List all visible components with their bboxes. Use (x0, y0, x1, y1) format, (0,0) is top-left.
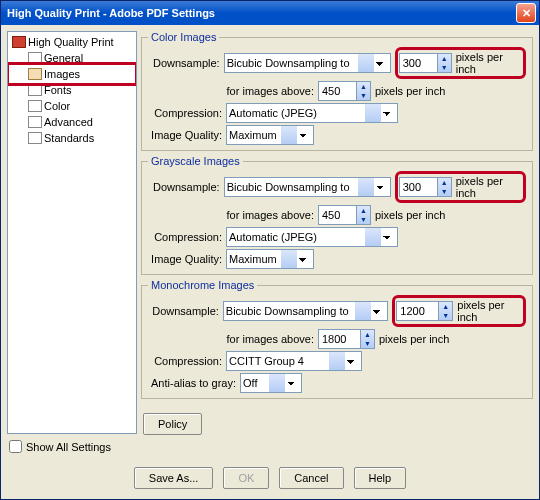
dialog-body: High Quality Print General Images Fonts … (1, 25, 539, 459)
tree-root[interactable]: High Quality Print (10, 34, 134, 50)
tree-root-label: High Quality Print (28, 36, 114, 48)
chevron-down-icon[interactable]: ▼ (439, 311, 452, 320)
mono-dpi-spinner[interactable]: ▲▼ (396, 301, 453, 321)
unit-label: pixels per inch (371, 85, 445, 97)
color-above-spinner[interactable]: ▲▼ (318, 81, 371, 101)
gray-downsample-method[interactable]: Bicubic Downsampling to (224, 177, 391, 197)
page-icon (28, 100, 42, 112)
downsample-label: Downsample: (148, 305, 223, 317)
grayscale-images-group: Grayscale Images Downsample: Bicubic Dow… (141, 155, 533, 275)
spinner-buttons[interactable]: ▲▼ (437, 53, 452, 73)
gray-quality-select[interactable]: Maximum (226, 249, 314, 269)
sidebar: High Quality Print General Images Fonts … (7, 31, 137, 455)
show-all-label: Show All Settings (26, 441, 111, 453)
save-as-button[interactable]: Save As... (134, 467, 214, 489)
mono-dpi-highlight: ▲▼ pixels per inch (392, 295, 526, 327)
unit-label: pixels per inch (371, 209, 445, 221)
help-button[interactable]: Help (354, 467, 407, 489)
tree-item-images[interactable]: Images (10, 66, 134, 82)
mono-antialias-select[interactable]: Off (240, 373, 302, 393)
gray-above-spinner[interactable]: ▲▼ (318, 205, 371, 225)
folder-icon (28, 68, 42, 80)
chevron-up-icon[interactable]: ▲ (439, 302, 452, 311)
tree-item-advanced[interactable]: Advanced (10, 114, 134, 130)
tree-item-label: Fonts (44, 84, 72, 96)
quality-label: Image Quality: (148, 253, 226, 265)
page-icon (28, 132, 42, 144)
page-icon (28, 116, 42, 128)
mono-compression-select[interactable]: CCITT Group 4 (226, 351, 362, 371)
chevron-up-icon[interactable]: ▲ (357, 206, 370, 215)
tree-item-label: Advanced (44, 116, 93, 128)
gray-dpi-highlight: ▲▼ pixels per inch (395, 171, 526, 203)
unit-label: pixels per inch (375, 333, 449, 345)
color-dpi-spinner[interactable]: ▲▼ (399, 53, 452, 73)
downsample-label: Downsample: (148, 57, 224, 69)
chevron-down-icon[interactable]: ▼ (357, 91, 370, 100)
spinner-buttons[interactable]: ▲▼ (356, 81, 371, 101)
color-dpi-highlight: ▲▼ pixels per inch (395, 47, 526, 79)
chevron-up-icon[interactable]: ▲ (357, 82, 370, 91)
above-label: for images above: (148, 209, 318, 221)
ok-button[interactable]: OK (223, 467, 269, 489)
spinner-buttons[interactable]: ▲▼ (356, 205, 371, 225)
group-legend: Color Images (148, 31, 219, 43)
chevron-down-icon[interactable]: ▼ (357, 215, 370, 224)
mono-downsample-method[interactable]: Bicubic Downsampling to (223, 301, 388, 321)
quality-label: Image Quality: (148, 129, 226, 141)
compression-label: Compression: (148, 107, 226, 119)
above-label: for images above: (148, 333, 318, 345)
mono-dpi-input[interactable] (396, 301, 438, 321)
unit-label: pixels per inch (452, 51, 522, 75)
preset-icon (12, 36, 26, 48)
mono-above-input[interactable] (318, 329, 360, 349)
pdf-settings-window: High Quality Print - Adobe PDF Settings … (0, 0, 540, 500)
color-downsample-method[interactable]: Bicubic Downsampling to (224, 53, 391, 73)
color-dpi-input[interactable] (399, 53, 437, 73)
monochrome-images-group: Monochrome Images Downsample: Bicubic Do… (141, 279, 533, 399)
downsample-label: Downsample: (148, 181, 224, 193)
spinner-buttons[interactable]: ▲▼ (360, 329, 375, 349)
above-label: for images above: (148, 85, 318, 97)
tree-item-fonts[interactable]: Fonts (10, 82, 134, 98)
main-panel: Color Images Downsample: Bicubic Downsam… (141, 31, 533, 455)
spinner-buttons[interactable]: ▲▼ (438, 301, 453, 321)
chevron-up-icon[interactable]: ▲ (438, 178, 451, 187)
dialog-footer: Save As... OK Cancel Help (1, 459, 539, 499)
color-above-input[interactable] (318, 81, 356, 101)
page-icon (28, 52, 42, 64)
cancel-button[interactable]: Cancel (279, 467, 343, 489)
mono-above-spinner[interactable]: ▲▼ (318, 329, 375, 349)
show-all-settings[interactable]: Show All Settings (7, 438, 137, 455)
settings-tree[interactable]: High Quality Print General Images Fonts … (7, 31, 137, 434)
close-button[interactable]: ✕ (516, 3, 536, 23)
gray-dpi-input[interactable] (399, 177, 437, 197)
spinner-buttons[interactable]: ▲▼ (437, 177, 452, 197)
tree-item-color[interactable]: Color (10, 98, 134, 114)
show-all-checkbox[interactable] (9, 440, 22, 453)
tree-item-standards[interactable]: Standards (10, 130, 134, 146)
compression-label: Compression: (148, 231, 226, 243)
unit-label: pixels per inch (453, 299, 522, 323)
chevron-down-icon[interactable]: ▼ (438, 63, 451, 72)
color-compression-select[interactable]: Automatic (JPEG) (226, 103, 398, 123)
gray-above-input[interactable] (318, 205, 356, 225)
policy-button[interactable]: Policy (143, 413, 202, 435)
chevron-up-icon[interactable]: ▲ (361, 330, 374, 339)
color-quality-select[interactable]: Maximum (226, 125, 314, 145)
titlebar: High Quality Print - Adobe PDF Settings … (1, 1, 539, 25)
color-images-group: Color Images Downsample: Bicubic Downsam… (141, 31, 533, 151)
chevron-down-icon[interactable]: ▼ (361, 339, 374, 348)
gray-dpi-spinner[interactable]: ▲▼ (399, 177, 452, 197)
group-legend: Monochrome Images (148, 279, 257, 291)
chevron-down-icon[interactable]: ▼ (438, 187, 451, 196)
tree-item-general[interactable]: General (10, 50, 134, 66)
tree-item-label: Images (44, 68, 80, 80)
window-title: High Quality Print - Adobe PDF Settings (7, 7, 516, 19)
gray-compression-select[interactable]: Automatic (JPEG) (226, 227, 398, 247)
chevron-up-icon[interactable]: ▲ (438, 54, 451, 63)
tree-item-label: General (44, 52, 83, 64)
group-legend: Grayscale Images (148, 155, 243, 167)
antialias-label: Anti-alias to gray: (148, 377, 240, 389)
close-icon: ✕ (522, 7, 531, 20)
